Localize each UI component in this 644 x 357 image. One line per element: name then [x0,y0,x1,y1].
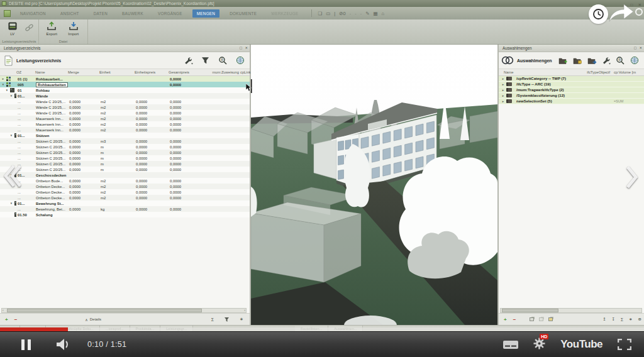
share-button[interactable] [605,1,636,24]
monitor-icon[interactable]: ▭ [326,11,330,16]
viewport-3d[interactable] [251,45,497,325]
horizontal-scrollbar[interactable]: ‹› [1,308,247,313]
Rohbauarbeit...[interactable]: ▸ 01 (1) Rohbauarbeit... 0,0000 [0,76,250,82]
ribbon-tab[interactable]: BAUWERK [118,9,148,18]
grid-icon[interactable]: ▦ [374,11,378,16]
ribbon-tab[interactable]: WERKZEUGE [267,9,303,18]
col-cplink[interactable]: cpLink [240,70,251,74]
scrollbar-thumb[interactable] [502,309,558,312]
remove-button[interactable]: − [513,317,516,322]
search-rules-icon[interactable]: R [218,56,228,65]
Stützen[interactable]: ▾ 01... Stützen [0,133,250,138]
col-menge[interactable]: Menge [68,70,99,74]
Ortbeton Decke...[interactable]: ... Ortbeton Decke... 0,0000 m2 0,0000 0… [0,195,250,200]
col-einheitspreis[interactable]: Einheitspreis [135,70,169,74]
pause-button[interactable] [21,339,31,350]
copy-icon[interactable] [530,317,534,321]
Stützen C 20/25...[interactable]: ... Stützen C 20/25... 0,0000 m 0,0000 0… [0,161,250,167]
star-icon[interactable]: ∗ [629,317,632,322]
ribbon-tab[interactable]: VORGÄNGE [153,9,187,18]
lv-button[interactable]: LV [4,21,21,36]
close-button[interactable]: ✕ [638,1,641,7]
youtube-logo[interactable]: YouTube [560,338,602,351]
ribbon-tab[interactable]: DATEN [89,9,112,18]
remove-button[interactable]: − [14,317,18,322]
Schalung[interactable]: 01.50 Schalung [0,212,250,217]
duplicate-icon[interactable] [548,317,553,321]
col-einheit[interactable]: Einheit [99,70,135,74]
Bewehrung, Bet...[interactable]: ... Bewehrung, Bet... 0,0000 kg 0,0000 0… [0,206,250,212]
newSelectionSet (5)[interactable]: ▸ newSelectionSet (5) =SUM [499,99,644,104]
details-toggle[interactable]: ∧Details [85,317,101,322]
fullscreen-button[interactable] [618,339,631,350]
Bewehrung St...[interactable]: ▾ 01... Bewehrung St... [0,200,250,206]
col-name[interactable]: Name [35,70,68,74]
Stützen C 20/25...[interactable]: ... Stützen C 20/25... 0,0000 m 0,0000 0… [0,144,250,150]
volume-button[interactable] [56,339,71,350]
export-button[interactable]: Export [43,21,61,36]
open-folder-icon[interactable] [587,57,597,65]
scrollbar-thumb[interactable] [7,309,202,312]
add-button[interactable]: + [504,317,507,322]
pin-icon[interactable]: ◻ [634,46,637,50]
col-ifctypeobject[interactable]: ifcTypeObjectf [587,70,611,74]
col-mum-zuweisung[interactable]: mum:Zuweisung [204,70,240,74]
pin-icon[interactable]: ◻ [240,46,243,50]
add-button[interactable]: + [5,317,8,322]
ribbon-tab[interactable]: MENGEN [192,9,219,18]
tools-wrench-icon[interactable] [602,57,611,65]
dash-icon[interactable]: ‐ [360,11,362,16]
col-oz[interactable]: OZ [16,70,35,74]
Mauerwerk Inn...[interactable]: ... Mauerwerk Inn... 0,0000 m2 0,0000 0,… [0,121,250,127]
Geschossdecken[interactable]: ▾ 01... Geschossdecken [0,172,250,178]
filter-icon[interactable] [201,57,210,65]
table-globe-icon[interactable] [630,56,639,65]
tools-wrench-icon[interactable] [184,57,193,65]
export-up-icon[interactable]: ↥ [602,317,606,322]
col-name[interactable]: Name [504,70,587,74]
dash-icon[interactable]: ‐ [355,11,357,16]
ribbon-tab[interactable]: NAVIGATION [16,9,50,18]
link-icon[interactable] [25,23,33,32]
search-rules-icon[interactable]: R [616,56,625,65]
horizontal-scrollbar[interactable] [500,308,642,313]
Wände C 20/25,...[interactable]: ... Wände C 20/25,... 0,0000 m2 0,0000 0… [0,110,250,116]
sum-icon[interactable]: Σ [621,317,623,322]
Rohbauarbeiten[interactable]: ▾ 005 Rohbauarbeiten 0,0000 [0,82,250,87]
pencil-icon[interactable]: ✎ [365,11,369,16]
window-icon[interactable]: ❏ [318,11,322,16]
save-folder-icon[interactable] [573,57,582,65]
/ifcType -- ARC (19)[interactable]: ▸ /ifcType -- ARC (19) [499,82,644,87]
Stützen C 20/25...[interactable]: ... Stützen C 20/25... 0,0000 m3 0,0000 … [0,138,250,144]
Stützen C 20/25...[interactable]: ... Stützen C 20/25... 0,0000 m 0,0000 0… [0,167,250,172]
star-icon[interactable]: ∗ [240,317,243,322]
Mauerwerk Inn...[interactable]: ... Mauerwerk Inn... 0,0000 m2 0,0000 0,… [0,127,250,133]
ribbon-tab[interactable]: DOKUMENTE [225,9,261,18]
home-icon[interactable]: ⌂ [382,11,385,16]
carousel-prev-button[interactable] [1,162,23,190]
/mum:Tragwerk/ifcType (2)[interactable]: ▸ /mum:Tragwerk/ifcType (2) [499,87,644,93]
link-count-icon[interactable]: ⊘0 [339,11,345,16]
Wände[interactable]: ▾ 01... Wände [0,93,250,99]
Wände C 20/25,...[interactable]: ... Wände C 20/25,... 0,0000 m2 0,0000 0… [0,99,250,104]
col-cpvolume[interactable]: cp:Volume [m [611,70,644,74]
sum-icon[interactable]: Σ [211,317,214,322]
close-icon[interactable]: ✕ [639,46,642,50]
carousel-next-button[interactable] [623,163,641,191]
separator[interactable]: | [334,11,335,16]
add-circle-icon[interactable]: ⊕ [638,317,641,322]
table-globe-icon[interactable] [236,56,245,65]
ribbon-tab[interactable]: ANSICHT [56,9,84,18]
Stützen C 20/25...[interactable]: ... Stützen C 20/25... 0,0000 m 0,0000 0… [0,155,250,161]
panel-titlebar[interactable]: Leistungsverzeichnis ◻✕ [0,45,250,52]
Ortbeton Decke...[interactable]: ... Ortbeton Decke... 0,0000 m2 0,0000 0… [0,189,250,195]
app-menu-icon[interactable] [4,10,11,17]
copy-icon[interactable] [539,317,543,321]
col-gesamtpreis[interactable]: Gesamtpreis [169,70,204,74]
import-down-icon[interactable]: ↧ [612,317,615,322]
dash-icon[interactable]: ‐ [350,11,352,16]
/Systemklassifizierung (12)[interactable]: ▸ /Systemklassifizierung (12) [499,93,644,99]
panel-titlebar[interactable]: Auswahlmengen ◻✕ [499,45,644,52]
Stützen C 20/25...[interactable]: ... Stützen C 20/25... 0,0000 m 0,0000 0… [0,150,250,155]
Ortbeton Decke...[interactable]: ... Ortbeton Decke... 0,0000 m2 0,0000 0… [0,184,250,189]
